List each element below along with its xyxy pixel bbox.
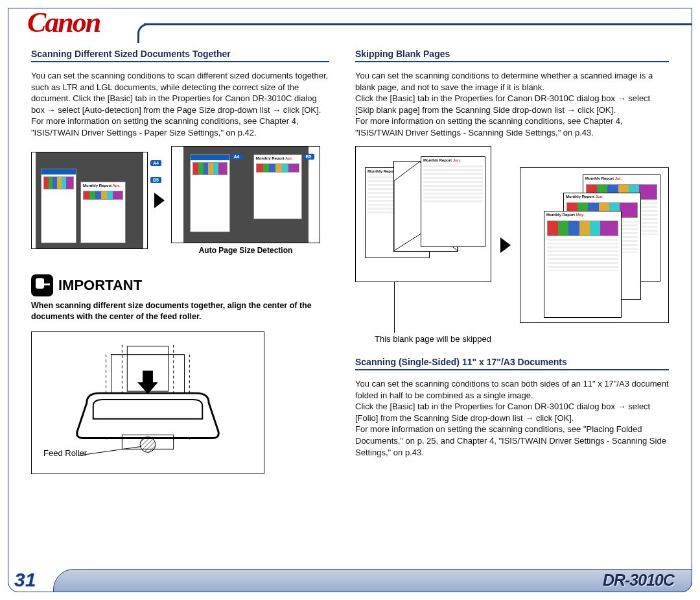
header: Canon — [8, 8, 692, 40]
svg-line-9 — [78, 446, 141, 455]
footer-bar — [53, 569, 692, 592]
caption-auto-size: Auto Page Size Detection — [199, 246, 293, 255]
left-column: Scanning Different Sized Documents Toget… — [31, 49, 329, 474]
body-text-mixed-sizes: You can set the scanning conditions to s… — [31, 70, 329, 138]
section-heading-a3: Scanning (Single-Sided) 11" x 17"/A3 Doc… — [355, 357, 669, 370]
skip-after-box: Monthly Report Jul. Monthly Report Jun. … — [520, 167, 669, 323]
arrow-right-icon-2 — [500, 237, 511, 253]
thumb-after: A4 Monthly Report Apr. B5 — [171, 146, 320, 243]
section-heading-mixed-sizes: Scanning Different Sized Documents Toget… — [31, 49, 329, 62]
footer: 31 DR-3010C — [8, 566, 692, 592]
badge-a4: A4 — [150, 160, 161, 166]
badge-b5-2: B5 — [303, 154, 314, 160]
arrow-right-icon — [154, 193, 165, 208]
badge-a4-2: A4 — [231, 154, 242, 160]
body-text-skip-blank: You can set the scanning conditions to d… — [355, 70, 669, 138]
svg-point-8 — [140, 437, 156, 453]
skip-blank-caption: This blank page will be skipped — [375, 334, 491, 344]
illustration-auto-size: Monthly Report Apr. A4 B5 A4 — [31, 146, 329, 255]
body-text-a3: You can set the scanning conditions to s… — [355, 378, 669, 458]
page-number: 31 — [14, 569, 36, 591]
feed-roller-diagram: Feed Roller — [31, 331, 264, 474]
right-column: Skipping Blank Pages You can set the sca… — [355, 49, 669, 474]
mini-report-title: Monthly Report — [83, 184, 111, 187]
canon-logo: Canon — [27, 6, 100, 39]
important-label: IMPORTANT — [58, 277, 142, 294]
important-callout: IMPORTANT — [31, 274, 329, 296]
section-heading-skip-blank: Skipping Blank Pages — [355, 49, 669, 62]
feed-roller-label: Feed Roller — [43, 448, 87, 458]
mini-report-month: Apr. — [112, 184, 120, 187]
important-icon — [31, 274, 53, 296]
header-rule — [144, 23, 692, 25]
callout-line — [394, 282, 395, 333]
skip-before-box: Monthly Report May. Monthly Report Jun. — [355, 146, 491, 282]
important-note: When scanning different size documents t… — [31, 300, 329, 322]
model-label: DR-3010C — [603, 571, 674, 590]
illustration-skip-blank: Monthly Report May. Monthly Report Jun. — [355, 146, 669, 344]
badge-b5: B5 — [150, 177, 161, 183]
thumb-before: Monthly Report Apr. A4 B5 — [31, 152, 148, 249]
header-rule-cap — [137, 23, 150, 43]
